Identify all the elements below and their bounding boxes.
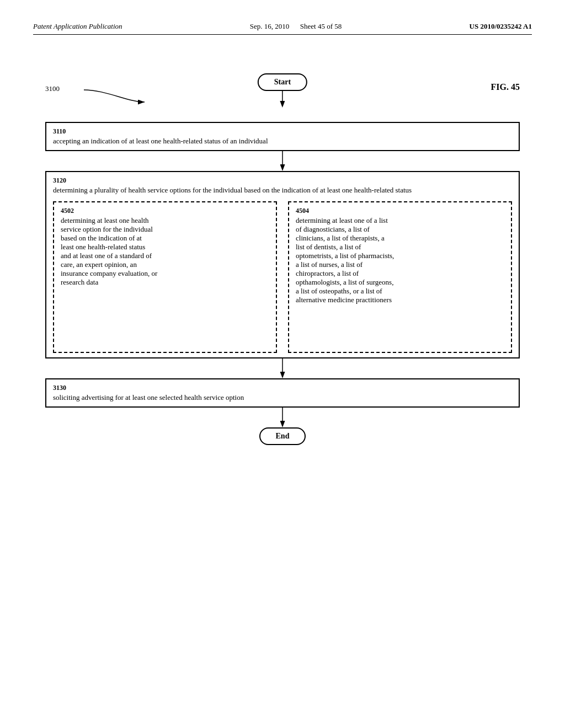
box-4502-line-5: and at least one of a standard of — [61, 251, 269, 260]
box-4502-id: 4502 — [61, 207, 269, 215]
end-oval: End — [259, 427, 306, 445]
box-4504-line-10: alternative medicine practitioners — [296, 296, 504, 304]
header-date-sheet: Sep. 16, 2010 Sheet 45 of 58 — [250, 22, 342, 31]
box-3130-text: soliciting advertising for at least one … — [53, 393, 512, 402]
box-4504-line-7: chiropractors, a list of — [296, 269, 504, 278]
box-4502-line-6: care, an expert opinion, an — [61, 260, 269, 269]
box-4502-line-4: least one health-related status — [61, 243, 269, 251]
box-3120-id: 3120 — [53, 176, 512, 185]
box-3110-text: accepting an indication of at least one … — [53, 137, 512, 146]
ref-3100: 3100 — [45, 84, 60, 93]
arrow-from-3100 — [73, 80, 200, 108]
box-4504-line-9: a list of osteopaths, or a list of — [296, 287, 504, 296]
header-sheet: Sheet 45 of 58 — [300, 22, 342, 30]
arrow-start-to-3110 — [277, 91, 288, 108]
box-4504-line-6: a list of nurses, a list of — [296, 260, 504, 269]
box-3110: 3110 accepting an indication of at least… — [45, 122, 520, 151]
arrow-3110-to-3120 — [277, 151, 288, 171]
box-4502-line-2: service option for the individual — [61, 225, 269, 234]
section-3130: 3130 soliciting advertising for at least… — [45, 378, 520, 445]
box-4504-line-8: opthamologists, a list of surgeons, — [296, 278, 504, 287]
box-3120: 3120 determining a plurality of health s… — [45, 171, 520, 358]
section-3110: 3110 accepting an indication of at least… — [45, 122, 520, 171]
start-oval: Start — [258, 73, 307, 91]
section-3120: 3120 determining a plurality of health s… — [45, 171, 520, 378]
figure-label: FIG. 45 — [491, 82, 520, 92]
box-4504-line-1: determining at least one of a list — [296, 216, 504, 225]
box-4502-line-1: determining at least one health — [61, 216, 269, 225]
header-publication: Patent Application Publication — [33, 22, 122, 31]
box-4502: 4502 determining at least one health ser… — [53, 201, 277, 353]
box-4504-line-5: optometrists, a list of pharmacists, — [296, 251, 504, 260]
box-3130: 3130 soliciting advertising for at least… — [45, 378, 520, 408]
box-4504-line-2: of diagnosticians, a list of — [296, 225, 504, 234]
box-4504-line-3: clinicians, a list of therapists, a — [296, 234, 504, 243]
arrow-3120-to-3130 — [277, 358, 288, 378]
box-4502-line-8: research data — [61, 278, 269, 287]
header-date: Sep. 16, 2010 — [250, 22, 290, 30]
flowchart-diagram: 3100 Start — [45, 68, 520, 445]
box-4504-line-4: list of dentists, a list of — [296, 243, 504, 251]
box-3110-id: 3110 — [53, 127, 512, 136]
box-4504-id: 4504 — [296, 207, 504, 215]
box-3130-id: 3130 — [53, 384, 512, 392]
box-4502-line-7: insurance company evaluation, or — [61, 269, 269, 278]
arrow-3130-to-end — [277, 408, 288, 427]
box-3120-text: determining a plurality of health servic… — [53, 186, 512, 195]
box-4504: 4504 determining at least one of a list … — [288, 201, 512, 353]
box-4502-line-3: based on the indication of at — [61, 234, 269, 243]
header-patent-number: US 2010/0235242 A1 — [470, 22, 532, 31]
box-4504-text: determining at least one of a list of di… — [296, 216, 504, 338]
sub-boxes-container: 4502 determining at least one health ser… — [53, 201, 512, 353]
box-4502-text: determining at least one health service … — [61, 216, 269, 347]
